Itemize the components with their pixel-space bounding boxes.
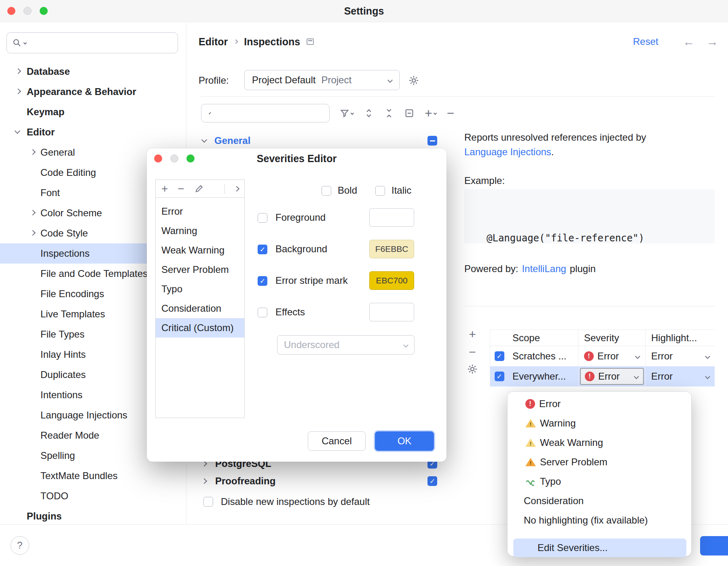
add-scope-button[interactable] xyxy=(469,328,476,340)
disable-new-inspections-checkbox[interactable] xyxy=(203,497,213,507)
tree-group-general[interactable]: General xyxy=(202,131,250,150)
scope-row-scratches[interactable]: Scratches ... Error Error xyxy=(490,346,715,366)
scope-settings-button[interactable] xyxy=(467,364,478,374)
back-arrow-icon[interactable] xyxy=(683,36,695,48)
effects-checkbox[interactable] xyxy=(258,308,267,317)
sidebar-item-database[interactable]: Database xyxy=(0,61,186,82)
sidebar-item-editor[interactable]: Editor xyxy=(0,122,186,142)
error-stripe-checkbox[interactable] xyxy=(258,276,267,286)
sidebar-item-label: Keymap xyxy=(27,106,64,118)
add-severity-button[interactable] xyxy=(161,183,168,194)
menu-item-label: Typo xyxy=(540,476,561,487)
inspections-search[interactable] xyxy=(201,104,330,122)
menu-item-label: Edit Severities... xyxy=(538,542,607,553)
severity-value: Error xyxy=(598,371,620,382)
foreground-color-swatch[interactable] xyxy=(369,208,414,227)
intellilang-link[interactable]: IntelliLang xyxy=(522,263,566,275)
effect-style-select[interactable]: Underscored xyxy=(277,335,415,355)
severity-cell: Error xyxy=(578,366,645,386)
bold-checkbox[interactable] xyxy=(322,186,331,196)
chevron-right-icon[interactable] xyxy=(201,461,207,467)
severity-list-item-typo[interactable]: Typo xyxy=(156,279,244,299)
help-button[interactable]: ? xyxy=(11,536,29,555)
chevron-down-icon xyxy=(209,112,211,114)
expand-all-button[interactable] xyxy=(364,108,374,118)
severity-list-item-error[interactable]: Error xyxy=(156,202,244,221)
menu-item-warning[interactable]: Warning xyxy=(508,414,691,433)
sidebar-search-input[interactable] xyxy=(29,33,178,53)
menu-item-weak-warning[interactable]: Weak Warning xyxy=(508,433,691,452)
chevron-down-icon xyxy=(403,342,408,348)
ok-button[interactable]: OK xyxy=(375,431,434,451)
filter-button[interactable] xyxy=(340,108,353,118)
chevron-right-icon[interactable] xyxy=(234,186,239,191)
ok-button-partial[interactable] xyxy=(700,536,728,555)
chevron-down-icon[interactable] xyxy=(15,128,20,134)
profile-gear-button[interactable] xyxy=(408,75,419,86)
language-injections-link[interactable]: Language Injections xyxy=(464,146,551,157)
menu-item-error[interactable]: Error xyxy=(508,394,691,414)
tree-group-proofreading[interactable]: Proofreading xyxy=(202,472,275,490)
chevron-right-icon[interactable] xyxy=(15,68,21,74)
highlight-dropdown[interactable]: Error xyxy=(645,346,715,366)
sidebar-item-todo[interactable]: TODO xyxy=(0,486,186,506)
remove-inspection-button[interactable] xyxy=(447,107,455,120)
forward-arrow-icon[interactable] xyxy=(706,36,718,48)
highlight-dropdown[interactable]: Error xyxy=(645,366,715,386)
effects-color-swatch[interactable] xyxy=(369,303,414,321)
menu-item-consideration[interactable]: Consideration xyxy=(508,491,691,511)
reset-link[interactable]: Reset xyxy=(633,32,658,51)
inspections-toolbar xyxy=(340,104,454,122)
minus-icon xyxy=(447,107,455,120)
remove-severity-button[interactable] xyxy=(178,183,184,194)
chevron-right-icon[interactable] xyxy=(30,210,36,215)
sidebar-item-label: Database xyxy=(27,66,70,77)
scope-enabled-checkbox[interactable] xyxy=(495,351,504,361)
scope-row-everywhere[interactable]: Everywher... Error Error xyxy=(490,366,715,386)
menu-item-server-problem[interactable]: Server Problem xyxy=(508,452,691,472)
sidebar-item-textmate-bundles[interactable]: TextMate Bundles xyxy=(0,466,186,486)
scopes-table: Scope Severity Highlight... Scratches ..… xyxy=(490,329,715,386)
severity-list-item-warning[interactable]: Warning xyxy=(156,221,244,241)
menu-item-no-highlighting[interactable]: No highlighting (fix available) xyxy=(508,511,691,530)
foreground-checkbox[interactable] xyxy=(258,213,267,223)
chevron-right-icon[interactable] xyxy=(30,149,36,155)
add-inspection-button[interactable] xyxy=(425,107,436,120)
sidebar-item-keymap[interactable]: Keymap xyxy=(0,102,186,122)
background-checkbox[interactable] xyxy=(258,245,267,254)
chevron-right-icon[interactable] xyxy=(30,230,36,236)
chevron-down-icon[interactable] xyxy=(201,137,207,143)
severity-list-item-weak-warning[interactable]: Weak Warning xyxy=(156,241,244,260)
remove-scope-button[interactable] xyxy=(469,346,476,358)
severity-name: Consideration xyxy=(161,303,221,314)
severity-dropdown-open[interactable]: Error xyxy=(580,368,644,385)
breadcrumb-editor[interactable]: Editor xyxy=(199,36,228,48)
sidebar-item-label: Plugins xyxy=(27,511,62,522)
profile-select[interactable]: Project Default Project xyxy=(244,70,400,90)
inspections-search-input[interactable] xyxy=(213,104,338,122)
error-stripe-color-swatch[interactable]: EBC700 xyxy=(369,271,414,290)
collapse-all-button[interactable] xyxy=(384,108,394,118)
copy-settings-icon[interactable] xyxy=(307,38,314,45)
severity-dropdown[interactable]: Error xyxy=(578,346,645,366)
sidebar-item-appearance-behavior[interactable]: Appearance & Behavior xyxy=(0,82,186,102)
severity-list-item-critical-custom[interactable]: Critical (Custom) xyxy=(156,318,244,338)
background-color-swatch[interactable]: F6EBBC xyxy=(369,240,414,258)
severity-list-item-server-problem[interactable]: Server Problem xyxy=(156,260,244,279)
chevron-right-icon[interactable] xyxy=(201,478,207,484)
menu-item-typo[interactable]: Typo xyxy=(508,472,691,491)
chevron-right-icon[interactable] xyxy=(15,89,21,94)
general-group-checkbox[interactable] xyxy=(427,136,437,146)
proofreading-group-checkbox[interactable] xyxy=(427,476,437,486)
sidebar-item-plugins[interactable]: Plugins xyxy=(0,506,186,526)
menu-item-edit-severities[interactable]: Edit Severities... xyxy=(513,539,686,557)
error-icon xyxy=(584,351,594,361)
sidebar-search[interactable] xyxy=(6,32,178,53)
edit-severity-button[interactable] xyxy=(194,184,204,194)
severity-list-item-consideration[interactable]: Consideration xyxy=(156,299,244,318)
scope-enabled-checkbox[interactable] xyxy=(495,372,504,381)
italic-checkbox[interactable] xyxy=(375,186,385,196)
cancel-button[interactable]: Cancel xyxy=(308,431,366,451)
reset-filter-button[interactable] xyxy=(404,108,414,118)
powered-by: Powered by: IntelliLang plugin xyxy=(464,262,596,276)
